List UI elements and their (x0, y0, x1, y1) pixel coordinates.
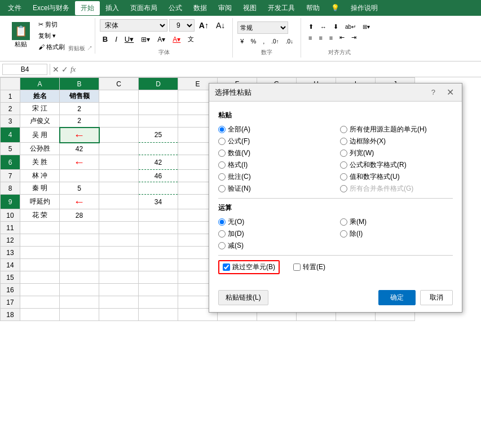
table-cell[interactable] (139, 115, 178, 128)
table-cell[interactable] (139, 222, 178, 234)
dialog-close-button[interactable]: ✕ (444, 87, 456, 98)
table-cell[interactable] (99, 143, 139, 155)
menu-insert[interactable]: 插入 (100, 1, 125, 15)
table-cell[interactable] (20, 247, 60, 259)
cut-button[interactable]: ✂ 剪切 (36, 19, 67, 30)
col-header-d[interactable]: D (139, 78, 178, 90)
table-cell[interactable] (20, 234, 60, 247)
fill-color-button[interactable]: A▾ (155, 34, 168, 45)
menu-formula[interactable]: 公式 (163, 1, 188, 15)
table-cell[interactable] (139, 284, 178, 296)
op-radio-add[interactable] (218, 230, 226, 238)
align-left-btn[interactable]: ≡ (306, 33, 315, 43)
table-cell[interactable]: 46 (139, 170, 178, 182)
menu-developer[interactable]: 开发工具 (262, 1, 301, 15)
table-cell[interactable] (99, 182, 139, 195)
transpose-item[interactable]: 转置(E) (293, 262, 325, 272)
paste-radio-col-width[interactable] (340, 150, 347, 157)
indent-right-btn[interactable]: ⇥ (348, 32, 359, 43)
table-cell[interactable] (99, 170, 139, 182)
table-cell[interactable]: 42 (139, 155, 178, 170)
paste-radio-formula[interactable] (218, 138, 226, 145)
paste-radio-format[interactable] (218, 161, 226, 169)
table-cell[interactable]: ← (60, 195, 99, 209)
table-cell[interactable] (20, 296, 60, 309)
table-cell[interactable]: 销售额 (60, 90, 99, 103)
menu-file[interactable]: 文件 (2, 1, 27, 15)
table-cell[interactable]: 42 (60, 143, 99, 155)
table-cell[interactable]: 25 (139, 128, 178, 143)
menu-page-layout[interactable]: 页面布局 (125, 1, 163, 15)
insert-function-icon[interactable]: fx (70, 65, 76, 74)
increase-font-btn[interactable]: A↑ (196, 19, 211, 32)
bold-button[interactable]: B (100, 33, 111, 45)
formula-input[interactable] (78, 65, 479, 73)
table-cell[interactable] (99, 309, 139, 321)
menu-view[interactable]: 视图 (237, 1, 262, 15)
table-cell[interactable] (99, 222, 139, 234)
op-radio-divide[interactable] (340, 230, 347, 238)
skip-blanks-checkbox[interactable] (223, 263, 230, 271)
op-multiply[interactable]: 乘(M) (340, 217, 453, 227)
table-cell[interactable]: 姓名 (20, 90, 60, 103)
paste-radio-formula-num[interactable] (340, 161, 347, 169)
table-cell[interactable]: 公孙胜 (20, 143, 60, 155)
menu-operation[interactable]: 操作说明 (345, 1, 383, 15)
op-divide[interactable]: 除(I) (340, 229, 453, 239)
paste-radio-value[interactable] (218, 150, 226, 157)
paste-option-formula-num[interactable]: 公式和数字格式(R) (340, 160, 453, 170)
table-cell[interactable] (60, 247, 99, 259)
number-format-select[interactable]: 常规 (237, 21, 288, 34)
table-cell[interactable] (99, 128, 139, 143)
table-cell[interactable] (99, 209, 139, 222)
table-cell[interactable] (60, 284, 99, 296)
ok-button[interactable]: 确定 (378, 290, 416, 305)
table-cell[interactable] (60, 296, 99, 309)
decrease-font-btn[interactable]: A↓ (213, 19, 228, 32)
cancel-formula-icon[interactable]: ✕ (52, 65, 59, 74)
paste-option-all[interactable]: 全部(A) (218, 125, 331, 134)
indent-left-btn[interactable]: ⇤ (337, 32, 347, 43)
table-cell[interactable]: 呼延灼 (20, 195, 60, 209)
border-button[interactable]: ⊞▾ (138, 34, 153, 45)
increase-decimal-btn[interactable]: .0↑ (268, 37, 281, 46)
col-header-a[interactable]: A (20, 78, 60, 90)
paste-option-conditional[interactable]: 所有合并条件格式(G) (340, 184, 453, 194)
menu-excel[interactable]: Excel与财务 (27, 1, 75, 15)
table-cell[interactable] (99, 259, 139, 271)
table-cell[interactable]: ← (60, 128, 99, 143)
align-bottom-btn[interactable]: ⬇ (330, 21, 341, 32)
op-add[interactable]: 加(D) (218, 229, 331, 239)
confirm-formula-icon[interactable]: ✓ (61, 65, 68, 74)
table-cell[interactable] (139, 103, 178, 115)
table-cell[interactable] (99, 195, 139, 209)
percent-btn[interactable]: % (248, 36, 259, 46)
underline-button[interactable]: U▾ (122, 33, 136, 45)
skip-blanks-item[interactable]: 跳过空单元(B) (218, 260, 280, 274)
font-color-button[interactable]: A▾ (170, 34, 183, 45)
paste-radio-value-num[interactable] (340, 173, 347, 181)
font-name-select[interactable]: 宋体 (100, 19, 167, 32)
table-cell[interactable]: 34 (139, 195, 178, 209)
cancel-button[interactable]: 取消 (420, 290, 453, 305)
table-cell[interactable]: 卢俊义 (20, 115, 60, 128)
table-cell[interactable] (60, 170, 99, 182)
table-cell[interactable] (20, 284, 60, 296)
paste-option-comment[interactable]: 批注(C) (218, 172, 331, 182)
menu-help[interactable]: 帮助 (301, 1, 325, 15)
paste-option-validation[interactable]: 验证(N) (218, 184, 331, 194)
table-cell[interactable] (139, 259, 178, 271)
paste-radio-conditional[interactable] (340, 185, 347, 192)
table-cell[interactable] (139, 209, 178, 222)
table-cell[interactable]: 宋 江 (20, 103, 60, 115)
op-radio-multiply[interactable] (340, 218, 347, 226)
op-subtract[interactable]: 减(S) (218, 241, 331, 251)
comma-btn[interactable]: , (260, 36, 267, 46)
align-middle-btn[interactable]: ↔ (317, 22, 329, 32)
dialog-help-icon[interactable]: ? (431, 88, 435, 96)
op-radio-subtract[interactable] (218, 242, 226, 249)
table-cell[interactable] (99, 234, 139, 247)
menu-data[interactable]: 数据 (188, 1, 213, 15)
table-cell[interactable] (20, 271, 60, 284)
table-cell[interactable] (139, 143, 178, 155)
